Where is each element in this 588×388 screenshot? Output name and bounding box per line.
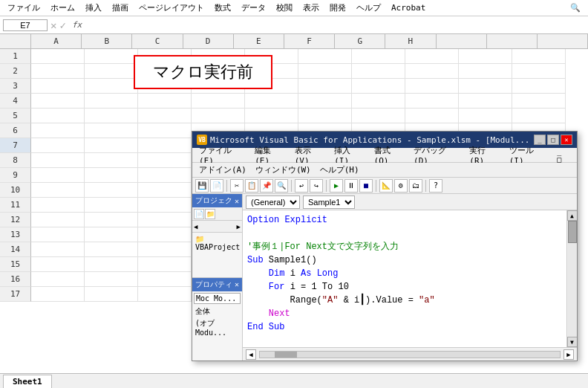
project-toolbar: 📄 📁 (192, 207, 242, 221)
col-header-a[interactable]: A (31, 34, 82, 48)
toolbar-design[interactable]: 📐 (379, 179, 393, 193)
formula-separator: ✕ (50, 19, 56, 31)
column-headers: A B C D E F G H (0, 34, 588, 49)
code-line-2 (247, 227, 562, 240)
col-header-h[interactable]: H (385, 34, 436, 48)
project-tree-item[interactable]: 📁 VBAProject (194, 234, 241, 252)
col-header-g[interactable]: G (335, 34, 385, 48)
row-num-8: 8 (0, 153, 31, 168)
props-content: Moc Mo... 全体 (オブ Modu... (192, 291, 242, 361)
menu-help[interactable]: ヘルプ (352, 1, 385, 15)
menu-data[interactable]: データ (237, 1, 270, 15)
toolbar-obj[interactable]: 🗂 (409, 179, 422, 193)
scroll-down-arrow[interactable]: ▼ (567, 337, 578, 347)
row-num-1: 1 (0, 49, 31, 64)
row-num-14: 14 (0, 242, 31, 257)
menu-home[interactable]: ホーム (46, 1, 79, 15)
menu-view[interactable]: 表示 (298, 1, 324, 15)
proj-btn-1[interactable]: 📄 (194, 209, 204, 219)
menu-dev[interactable]: 開発 (325, 1, 350, 15)
toolbar-find[interactable]: 🔍 (275, 179, 288, 193)
toolbar-props[interactable]: ⚙ (394, 179, 408, 193)
project-close-icon[interactable]: ✕ (235, 197, 239, 205)
footer-scrollbar[interactable] (259, 351, 561, 358)
col-header-c[interactable]: C (132, 34, 183, 48)
vba-window: VB Microsoft Visual Basic for Applicatio… (192, 131, 578, 361)
code-dropdown-right[interactable]: Sample1 (303, 195, 355, 209)
sheet-tabs: Sheet1 (0, 373, 588, 388)
project-title: プロジェク ✕ (192, 194, 242, 207)
code-line-9: End Sub (247, 320, 562, 334)
toolbar-copy[interactable]: 📋 (245, 179, 258, 193)
col-header-b[interactable]: B (82, 34, 132, 48)
project-explorer: プロジェク ✕ 📄 📁 ◀ ▶ (192, 194, 242, 278)
toolbar-pause[interactable]: ⏸ (344, 179, 358, 193)
props-item-2: (オブ Modu... (194, 317, 241, 337)
formula-input[interactable] (88, 21, 585, 30)
col-header-k[interactable] (538, 34, 588, 48)
props-dropdown[interactable]: Moc Mo... (194, 293, 241, 304)
table-row: 2 (0, 64, 588, 79)
toolbar-undo[interactable]: ↩ (295, 179, 308, 193)
scroll-right-icon[interactable]: ▶ (237, 223, 241, 230)
code-line-8: Next (247, 307, 562, 320)
vba-editor-footer: ◀ ▶ (243, 347, 577, 360)
menu-review[interactable]: 校閲 (272, 1, 297, 15)
menu-pagelayout[interactable]: ページレイアウト (134, 1, 209, 15)
menu-file[interactable]: ファイル (3, 1, 45, 15)
toolbar-run[interactable]: ▶ (330, 179, 343, 193)
menu-insert[interactable]: 挿入 (81, 1, 106, 15)
name-box[interactable] (3, 19, 48, 31)
table-row: 1 (0, 49, 588, 64)
code-line-6: For i = 1 To 10 (247, 280, 562, 294)
menu-formula[interactable]: 数式 (210, 1, 235, 15)
vba-code-area[interactable]: Option Explicit '事例１|For Next文で文字列を入力 Su… (243, 210, 566, 347)
vba-menu-addin[interactable]: アドイン(A) (195, 164, 250, 176)
vba-left-panel: プロジェク ✕ 📄 📁 ◀ ▶ (192, 194, 243, 360)
corner-cell (0, 34, 31, 48)
menu-acrobat[interactable]: Acrobat (387, 1, 430, 14)
col-header-j[interactable] (487, 34, 538, 48)
toolbar-stop[interactable]: ■ (359, 179, 373, 193)
search-icon[interactable]: 🔍 (566, 1, 585, 14)
row-num-2: 2 (0, 64, 31, 79)
footer-btn-right[interactable]: ▶ (564, 349, 574, 360)
col-header-e[interactable]: E (234, 34, 284, 48)
col-header-f[interactable]: F (284, 34, 335, 48)
scroll-left-icon[interactable]: ◀ (194, 223, 197, 230)
props-title: プロパティ ✕ (192, 278, 242, 291)
vba-menu-window[interactable]: ウィンドウ(W) (252, 164, 315, 176)
project-content: 📁 VBAProject (192, 233, 242, 277)
footer-btn-left[interactable]: ◀ (246, 349, 256, 360)
proj-btn-2[interactable]: 📁 (205, 209, 215, 219)
props-item-1: 全体 (194, 305, 241, 317)
props-close-icon[interactable]: ✕ (235, 280, 239, 288)
scroll-track[interactable] (568, 221, 577, 337)
row-num-17: 17 (0, 287, 31, 302)
scroll-up-arrow[interactable]: ▲ (567, 210, 578, 221)
toolbar-btn-1[interactable]: 💾 (195, 179, 209, 193)
sheet-tab-1[interactable]: Sheet1 (3, 375, 52, 388)
toolbar-paste[interactable]: 📌 (260, 179, 273, 193)
toolbar-redo[interactable]: ↪ (310, 179, 323, 193)
cell-a1[interactable] (31, 49, 85, 64)
toolbar-help[interactable]: ? (429, 179, 442, 193)
row-num-11: 11 (0, 198, 31, 213)
row-num-4: 4 (0, 94, 31, 109)
row-num-12: 12 (0, 213, 31, 227)
menu-draw[interactable]: 描画 (108, 1, 133, 15)
footer-scroll-thumb (275, 352, 297, 358)
scroll-thumb[interactable] (568, 221, 577, 243)
code-dropdown-left[interactable]: (General) (246, 195, 300, 209)
code-line-3: '事例１|For Next文で文字列を入力 (247, 240, 562, 253)
vba-menu-help[interactable]: ヘルプ(H) (316, 164, 363, 176)
row-num-6: 6 (0, 123, 31, 138)
code-line-7: Range("A" & i┃).Value = "a" (247, 294, 562, 307)
formula-fx: fx (72, 20, 82, 30)
col-header-d[interactable]: D (183, 34, 234, 48)
toolbar-btn-2[interactable]: 📄 (210, 179, 223, 193)
col-header-i[interactable] (437, 34, 487, 48)
formula-bar: ✕ ✓ fx (0, 16, 588, 34)
close-button[interactable]: ✕ (561, 135, 572, 145)
toolbar-cut[interactable]: ✂ (230, 179, 244, 193)
